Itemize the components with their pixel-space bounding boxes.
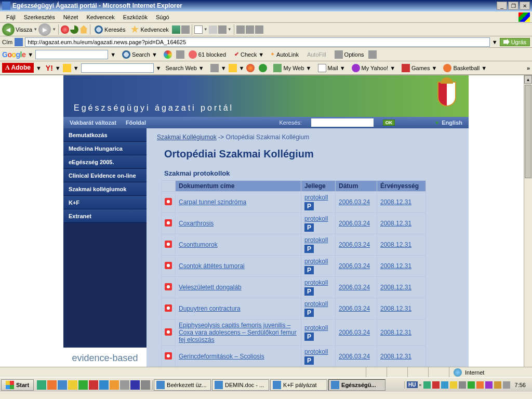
validity-link[interactable]: 2008.12.31 <box>380 241 411 248</box>
protokoll-link[interactable]: protokoll <box>304 194 328 201</box>
options-button[interactable]: Options <box>332 49 366 60</box>
refresh-icon[interactable] <box>70 25 78 34</box>
tray-icon[interactable] <box>494 381 501 389</box>
validity-link[interactable]: 2008.12.31 <box>380 198 411 206</box>
tray-volume-icon[interactable] <box>450 381 457 389</box>
highlight-icon[interactable] <box>368 50 377 59</box>
tray-icon[interactable] <box>432 381 440 389</box>
breadcrumb-root[interactable]: Szakmai Kollégiumok <box>157 134 217 141</box>
menu-view[interactable]: Nézet <box>59 13 83 21</box>
ql-icon[interactable] <box>110 380 119 390</box>
portal-search-input[interactable] <box>311 118 374 127</box>
date-link[interactable]: 2006.03.24 <box>339 305 370 312</box>
back-button[interactable]: ◄ <box>2 23 15 36</box>
sidebar-item-extranet[interactable]: Extranet <box>63 209 147 223</box>
date-link[interactable]: 2006.03.24 <box>339 198 370 206</box>
protokoll-link[interactable]: protokoll <box>304 236 328 244</box>
ql-save-icon[interactable] <box>130 380 140 390</box>
search-ok-button[interactable]: OK <box>383 119 395 126</box>
messenger-icon[interactable] <box>255 25 263 34</box>
evidence-based-banner[interactable]: evidence-based <box>63 348 147 368</box>
doc-link[interactable]: Csontok áttétes tumorai <box>179 262 245 270</box>
target-icon[interactable] <box>246 64 255 72</box>
date-link[interactable]: 2006.03.24 <box>339 241 370 248</box>
close-button[interactable]: ✕ <box>520 2 530 10</box>
language-switch[interactable]: ▼English <box>434 119 462 126</box>
mail-button[interactable]: Mail▼ <box>316 63 348 73</box>
ql-outlook-icon[interactable] <box>68 380 77 390</box>
address-dropdown[interactable]: ▼ <box>492 39 498 45</box>
google-search-button[interactable]: Search▼ <box>120 49 159 60</box>
accessible-link[interactable]: Vakbarát változat <box>70 119 116 126</box>
doc-link[interactable]: Carpal tunnel szindróma <box>179 198 246 206</box>
home-link[interactable]: Főoldal <box>126 119 146 126</box>
myweb-button[interactable]: My Web▼ <box>271 63 313 73</box>
google-search-input[interactable] <box>35 50 108 59</box>
autolink-button[interactable]: ✦AutoLink <box>268 50 301 59</box>
mail-icon[interactable] <box>194 25 203 34</box>
yahoo-logo[interactable]: Y! <box>46 64 53 72</box>
history-icon[interactable] <box>181 25 190 34</box>
sidebar-item-clinical-evidence[interactable]: Clinical Evidence on-line <box>63 169 147 182</box>
check-button[interactable]: ✔Check▼ <box>232 50 266 59</box>
research-icon[interactable] <box>246 25 254 34</box>
basketball-button[interactable]: Basketball▼ <box>441 63 489 73</box>
bookmark-icon[interactable] <box>229 64 237 72</box>
ql-icon[interactable] <box>120 380 129 390</box>
validity-link[interactable]: 2008.12.31 <box>380 353 411 360</box>
ql-desktop-icon[interactable] <box>37 380 46 390</box>
sidebar-item-bemutatkozas[interactable]: Bemutatkozás <box>63 128 147 142</box>
protokoll-link[interactable]: protokoll <box>304 258 328 265</box>
validity-link[interactable]: 2008.12.31 <box>380 284 411 291</box>
media-icon[interactable] <box>172 25 180 34</box>
games-button[interactable]: Games▼ <box>400 63 439 73</box>
print-icon[interactable] <box>209 25 217 34</box>
popup-blocked-button[interactable]: 61 blocked <box>187 49 228 60</box>
stop-icon[interactable] <box>61 25 69 34</box>
adobe-logo[interactable]: A Adobe <box>2 63 34 73</box>
back-label[interactable]: Vissza <box>16 26 32 33</box>
taskbar-task[interactable]: Beérkezett üz... <box>154 379 211 391</box>
sidebar-item-medicina[interactable]: Medicina Hungarica <box>63 142 147 155</box>
col-type[interactable]: Jellege <box>301 181 336 192</box>
search-button[interactable]: Keresés <box>92 24 127 35</box>
tray-icon[interactable] <box>485 381 493 389</box>
col-title[interactable]: Dokumentum címe <box>176 181 301 192</box>
doc-link[interactable]: Veleszületett dongaláb <box>179 284 242 291</box>
sidebar-item-szakmai[interactable]: Szakmai kollégiumok <box>63 182 147 196</box>
edit-icon[interactable] <box>210 64 219 72</box>
date-link[interactable]: 2006.03.24 <box>339 262 370 270</box>
address-input[interactable] <box>25 37 490 47</box>
clock[interactable]: 7:56 <box>512 382 529 388</box>
news-icon[interactable] <box>176 50 184 59</box>
validity-link[interactable]: 2008.12.31 <box>380 305 411 312</box>
pagerank-icon[interactable] <box>164 50 172 59</box>
maximize-button[interactable]: ❐ <box>508 2 518 10</box>
forward-button[interactable]: ► <box>38 23 51 36</box>
language-indicator[interactable]: HU <box>407 381 417 388</box>
col-date[interactable]: Dátum <box>336 181 377 192</box>
protokoll-link[interactable]: protokoll <box>304 215 328 222</box>
doc-link[interactable]: Epiphyseolysis capitis femoris juvenilis… <box>179 322 297 343</box>
scroll-up-button[interactable]: ▲ <box>524 75 532 84</box>
protokoll-link[interactable]: protokoll <box>304 300 328 308</box>
ql-access-icon[interactable] <box>89 380 98 390</box>
scroll-thumb[interactable] <box>525 85 531 178</box>
doc-link[interactable]: Csonttumorok <box>179 241 218 248</box>
edit-icon[interactable] <box>218 25 227 34</box>
col-validity[interactable]: Érvényesség <box>377 181 426 192</box>
ql-icon[interactable] <box>141 380 150 390</box>
doc-link[interactable]: Coxarthrosis <box>179 220 214 227</box>
tray-icon[interactable] <box>503 381 510 389</box>
menu-edit[interactable]: Szerkesztés <box>20 13 59 21</box>
shield-icon[interactable] <box>259 64 267 72</box>
taskbar-task[interactable]: K+F pályázat <box>270 379 327 391</box>
go-button[interactable]: Ugrás <box>500 38 530 46</box>
date-link[interactable]: 2006.03.24 <box>339 220 370 227</box>
validity-link[interactable]: 2008.12.31 <box>380 329 411 336</box>
tray-icon[interactable] <box>476 381 484 389</box>
date-link[interactable]: 2006.03.24 <box>339 329 370 336</box>
menu-file[interactable]: Fájl <box>2 13 20 21</box>
home-icon[interactable] <box>79 25 88 34</box>
pencil-icon[interactable] <box>63 64 71 72</box>
